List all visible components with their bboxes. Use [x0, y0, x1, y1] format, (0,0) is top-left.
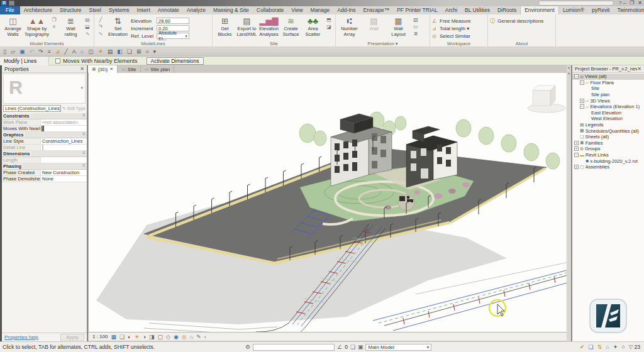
tab-pyrevit[interactable]: pyRevit: [588, 6, 613, 14]
tab-archi[interactable]: Archi: [441, 6, 461, 14]
wall-sweep-icon[interactable]: ▤: [83, 17, 92, 23]
wall-railing-button[interactable]: ≣Wallrailing: [60, 16, 82, 41]
grid-a-icon[interactable]: ▧: [411, 17, 420, 23]
detail-level-icon[interactable]: ▦: [111, 334, 116, 340]
close-icon[interactable]: ✕: [637, 66, 641, 72]
expand-icon[interactable]: +: [574, 165, 579, 169]
elevation-analyses-button[interactable]: ▂▅▇ElevationAnalyses: [258, 16, 279, 41]
tab-insert[interactable]: Insert: [133, 6, 154, 14]
arc-tool-icon[interactable]: ↷: [96, 24, 105, 30]
property-value[interactable]: Construction_Lines: [41, 138, 87, 144]
export-to-landxml-button[interactable]: ▤Export toLandXML: [236, 16, 257, 41]
edit-type-button[interactable]: ✎ Edit Type: [62, 106, 86, 111]
shadows-icon[interactable]: ☀: [135, 334, 140, 340]
close-hidden-icon[interactable]: ◧: [117, 48, 123, 56]
tab-structure[interactable]: Structure: [56, 6, 86, 14]
redo-icon[interactable]: ↷: [38, 48, 43, 56]
tab-analyze[interactable]: Analyze: [183, 6, 209, 14]
tree-item-revit-links[interactable]: −▬Revit Links: [572, 152, 644, 158]
tree-item-floor-plans[interactable]: −▱Floor Plans: [572, 80, 644, 86]
type-selector-dropdown[interactable]: Lines (Construction_Lines) ( ∨: [3, 105, 61, 112]
press-drag-icon[interactable]: ⌂: [606, 344, 609, 350]
open-file-icon[interactable]: ▱: [11, 48, 15, 56]
close-button[interactable]: ✕: [638, 0, 642, 6]
line-tool-icon[interactable]: ╱: [96, 17, 105, 23]
constraints-icon[interactable]: ✎: [196, 334, 201, 340]
set-elevation-button[interactable]: ⇅SetElevation: [106, 16, 130, 41]
tab-twinmotion-2020[interactable]: Twinmotion 2020: [613, 6, 644, 14]
copy-icon[interactable]: ❐: [50, 17, 58, 23]
maximize-button[interactable]: ❐: [630, 0, 634, 6]
elevation-input[interactable]: 28.60: [157, 18, 189, 24]
property-value[interactable]: None: [41, 176, 87, 182]
crop-region-icon[interactable]: ▢: [158, 334, 164, 340]
collapse-icon[interactable]: −: [580, 80, 584, 85]
create-surface-button[interactable]: ≋CreateSurface: [280, 16, 301, 41]
aligned-dimension-icon[interactable]: ╱: [64, 48, 67, 56]
close-icon[interactable]: ✕: [80, 66, 84, 72]
area-scatter-button[interactable]: ♣♣AreaScatter: [303, 16, 323, 41]
sun-path-icon[interactable]: ◐: [128, 334, 131, 340]
total-length-button[interactable]: ⊿Total length ▾: [432, 25, 471, 32]
undo-icon[interactable]: ↶: [29, 48, 34, 56]
tree-item-sheets-all[interactable]: ❏Sheets (all): [572, 134, 644, 140]
view-tab-site[interactable]: ▭Site: [118, 65, 140, 73]
design-options-icon[interactable]: ❏: [589, 344, 594, 350]
section-collapse-icon[interactable]: ≡: [82, 132, 87, 138]
tree-item-elevations-elevation-1[interactable]: −▱Elevations (Elevation 1): [572, 104, 644, 110]
tree-item-schedules-quantities-all[interactable]: ▦Schedules/Quantities (all): [572, 128, 644, 134]
property-value[interactable]: [41, 126, 87, 131]
tab-steel[interactable]: Steel: [86, 6, 105, 14]
help-icon[interactable]: ?: [619, 0, 621, 6]
spline-tool-icon[interactable]: ∿: [96, 31, 105, 37]
arrange-walls-button[interactable]: ◫ArrangeWalls: [2, 16, 24, 41]
save-icon[interactable]: ▣: [19, 48, 25, 56]
collapse-icon[interactable]: −: [580, 104, 584, 109]
tree-item-site-plan[interactable]: Site plan: [572, 92, 644, 98]
tree-item-assemblies[interactable]: +▢Assemblies: [572, 164, 644, 170]
print-icon[interactable]: ≡: [47, 48, 50, 56]
view-tab-3d[interactable]: ▣{3D}✕: [88, 65, 118, 73]
switch-windows-icon[interactable]: ❏: [127, 48, 132, 56]
tree-item-legends[interactable]: ▤Legends: [572, 122, 644, 128]
search-box[interactable]: [538, 1, 614, 6]
panel-splitter[interactable]: ▾▴: [567, 65, 571, 341]
collapse-icon[interactable]: −: [574, 153, 579, 157]
section-icon[interactable]: ◫: [88, 48, 94, 56]
viewcube[interactable]: [528, 85, 565, 113]
worksharing-icon[interactable]: ⌂: [190, 334, 193, 340]
editable-only-icon[interactable]: ∠: [337, 344, 342, 350]
free-measure-button[interactable]: ∠Free Measure: [432, 18, 471, 25]
collapse-icon[interactable]: −: [574, 74, 579, 79]
number-array-button[interactable]: ⑆NumberArray: [338, 16, 361, 41]
tab-environment[interactable]: Environment: [520, 6, 559, 14]
section-collapse-icon[interactable]: ≡: [82, 113, 87, 119]
tab-diroots[interactable]: DiRoots: [494, 6, 520, 14]
design-option-icon[interactable]: ❏: [350, 344, 355, 350]
tab-manage[interactable]: Manage: [307, 6, 334, 14]
tab-collaborate[interactable]: Collaborate: [253, 6, 287, 14]
close-icon[interactable]: ✕: [109, 67, 113, 72]
grid-c-icon[interactable]: ≣: [411, 31, 420, 37]
property-value[interactable]: New Construction: [41, 170, 87, 175]
section-collapse-icon[interactable]: ≡: [82, 163, 87, 169]
active-option-icon[interactable]: ▣: [358, 344, 364, 350]
tab-lumion[interactable]: Lumion®: [559, 6, 588, 14]
tree-item-views-all[interactable]: −◎Views (all): [572, 74, 644, 80]
property-value[interactable]: [41, 145, 87, 150]
expand-icon[interactable]: +: [574, 146, 579, 151]
type-preview[interactable]: R ▾: [3, 74, 86, 104]
property-value[interactable]: <not associated>: [41, 119, 87, 125]
keyboard-icon[interactable]: ⌗: [145, 48, 148, 56]
checkbox[interactable]: [42, 126, 43, 131]
reveal-hidden-icon[interactable]: ◎: [182, 334, 187, 340]
design-options-dropdown[interactable]: Main Model ▾: [365, 344, 431, 351]
subregion-icon[interactable]: ◪: [325, 24, 333, 30]
background-process-icon[interactable]: ✦: [613, 344, 618, 350]
tree-item-west-elevation[interactable]: West Elevation: [572, 116, 644, 122]
measure-icon[interactable]: ⊿: [55, 48, 60, 56]
scale-button[interactable]: 1 : 100: [92, 334, 108, 339]
workset-dropdown[interactable]: [253, 344, 335, 351]
slab-icon[interactable]: ⬓: [83, 24, 92, 30]
spline-icon[interactable]: ∿: [83, 31, 92, 37]
